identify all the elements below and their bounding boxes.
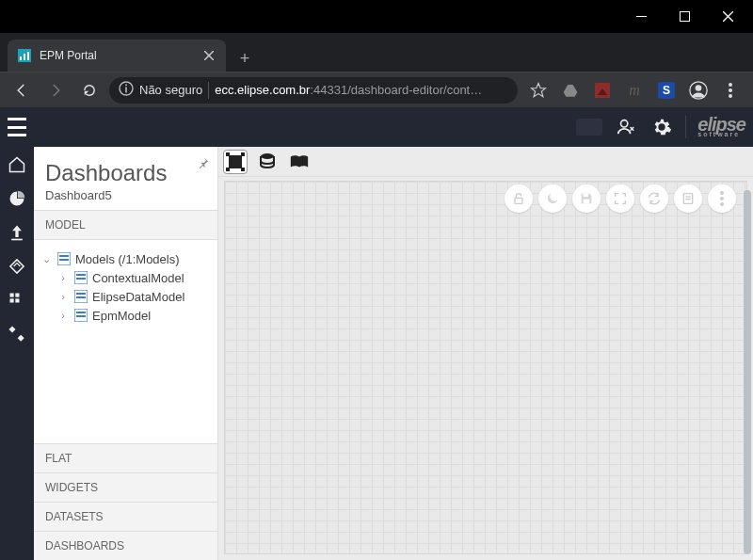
- address-bar[interactable]: Não seguro ecc.elipse.com.br:44331/dashb…: [109, 77, 518, 104]
- svg-point-21: [729, 94, 732, 98]
- tree-item-label: EpmModel: [92, 309, 151, 323]
- section-widgets[interactable]: WIDGETS: [34, 472, 217, 502]
- svg-rect-46: [226, 168, 230, 171]
- canvas-float-buttons: [505, 184, 736, 213]
- note-button[interactable]: [674, 184, 702, 213]
- svg-rect-12: [125, 85, 127, 87]
- svg-rect-24: [10, 260, 24, 273]
- header-indicator: [576, 119, 602, 136]
- header-separator: [685, 116, 686, 138]
- lock-button[interactable]: [505, 184, 533, 213]
- dashboard-canvas[interactable]: [224, 181, 747, 554]
- section-flat[interactable]: FLAT: [34, 443, 217, 472]
- svg-point-57: [720, 202, 724, 206]
- svg-rect-23: [11, 239, 23, 241]
- svg-rect-0: [636, 16, 647, 17]
- svg-point-48: [261, 153, 274, 159]
- save-button[interactable]: [572, 184, 601, 213]
- svg-rect-50: [584, 194, 588, 197]
- svg-rect-42: [76, 315, 86, 317]
- section-model[interactable]: MODEL: [34, 210, 217, 240]
- window-minimize-button[interactable]: [619, 0, 663, 33]
- site-info-icon[interactable]: [119, 81, 134, 99]
- bookmark-star-icon[interactable]: [529, 81, 548, 100]
- new-tab-button[interactable]: +: [232, 45, 258, 72]
- window-close-button[interactable]: [706, 0, 749, 33]
- refresh-button[interactable]: [640, 184, 668, 213]
- canvas-area: [218, 147, 753, 560]
- tree-item[interactable]: › ContextualModel: [40, 268, 212, 287]
- tool-bbox-icon[interactable]: [224, 151, 247, 173]
- svg-rect-41: [76, 312, 86, 313]
- caret-right-icon[interactable]: ›: [56, 272, 70, 283]
- settings-gear-icon[interactable]: [649, 115, 674, 139]
- vnav-diamond-icon[interactable]: [7, 256, 27, 277]
- tree-root[interactable]: ⌄ Models (/1:Models): [40, 249, 212, 268]
- more-button[interactable]: [708, 184, 736, 213]
- tree-item[interactable]: › EpmModel: [40, 306, 212, 325]
- profile-avatar-icon[interactable]: [689, 81, 708, 100]
- section-datasets[interactable]: DATASETS: [34, 502, 217, 531]
- hamburger-menu-button[interactable]: [8, 118, 26, 136]
- panel-subtitle: Dashboard5: [45, 188, 206, 202]
- svg-rect-7: [27, 52, 29, 60]
- ext-drive-icon[interactable]: [561, 81, 580, 100]
- user-icon[interactable]: [614, 115, 638, 139]
- svg-rect-25: [10, 294, 14, 297]
- browser-tab-strip: EPM Portal +: [0, 33, 753, 72]
- svg-rect-51: [584, 200, 590, 204]
- svg-rect-43: [229, 155, 242, 168]
- svg-rect-35: [76, 274, 86, 276]
- vnav-tools-icon[interactable]: [7, 324, 27, 344]
- vnav-upload-icon[interactable]: [7, 222, 27, 243]
- nav-forward-button[interactable]: [41, 76, 70, 104]
- svg-point-19: [729, 83, 732, 87]
- address-divider: [208, 82, 209, 99]
- ext-m-icon[interactable]: m: [625, 81, 644, 100]
- tool-book-icon[interactable]: [288, 151, 311, 173]
- browser-tab[interactable]: EPM Portal: [8, 40, 226, 72]
- tree-item-label: ContextualModel: [92, 271, 184, 285]
- ext-s-icon[interactable]: S: [657, 81, 676, 100]
- caret-right-icon[interactable]: ›: [56, 310, 70, 321]
- vnav-chart-icon[interactable]: [7, 188, 27, 209]
- vnav-home-icon[interactable]: [7, 154, 27, 175]
- svg-rect-33: [59, 259, 69, 261]
- window-maximize-button[interactable]: [663, 0, 706, 33]
- canvas-toolbar: [218, 147, 753, 177]
- fullscreen-button[interactable]: [606, 184, 634, 213]
- tool-database-icon[interactable]: [256, 151, 279, 173]
- moon-button[interactable]: [538, 184, 567, 213]
- svg-rect-32: [59, 255, 69, 257]
- model-icon: [56, 251, 72, 266]
- svg-rect-26: [15, 294, 19, 297]
- pin-icon[interactable]: [197, 156, 210, 173]
- svg-point-20: [729, 88, 732, 92]
- browser-menu-icon[interactable]: [721, 81, 740, 100]
- svg-rect-5: [20, 56, 22, 60]
- tree-item[interactable]: › ElipseDataModel: [40, 287, 212, 306]
- vnav-apps-icon[interactable]: [7, 290, 27, 311]
- section-dashboards[interactable]: DASHBOARDS: [34, 531, 217, 560]
- panel-bottom-sections: FLAT WIDGETS DATASETS DASHBOARDS: [34, 443, 217, 560]
- nav-reload-button[interactable]: [75, 76, 104, 104]
- window-titlebar: [0, 0, 753, 33]
- nav-back-button[interactable]: [8, 76, 36, 104]
- security-label: Não seguro: [139, 83, 202, 97]
- caret-right-icon[interactable]: ›: [56, 291, 70, 302]
- brand-logo: elipsesoftware: [697, 118, 745, 136]
- svg-point-56: [720, 197, 724, 200]
- svg-rect-49: [515, 198, 522, 203]
- svg-point-18: [696, 85, 702, 91]
- svg-marker-13: [564, 85, 578, 97]
- svg-rect-6: [24, 54, 25, 60]
- tab-close-button[interactable]: [201, 48, 216, 63]
- vertical-scrollbar[interactable]: [744, 190, 751, 554]
- caret-down-icon[interactable]: ⌄: [40, 253, 53, 265]
- model-icon: [73, 308, 88, 323]
- svg-text:S: S: [663, 84, 670, 97]
- ext-pdf-icon[interactable]: [593, 81, 612, 100]
- model-tree: ⌄ Models (/1:Models) › ContextualModel ›…: [34, 240, 217, 443]
- model-icon: [73, 270, 88, 285]
- svg-rect-36: [76, 278, 86, 280]
